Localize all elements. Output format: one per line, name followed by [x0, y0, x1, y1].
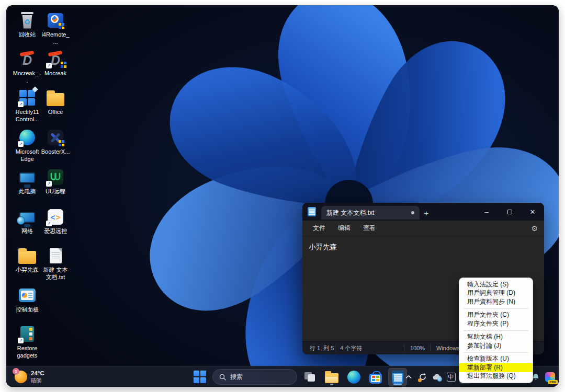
menu-separator: [464, 308, 528, 309]
desktop-icon-i4remote[interactable]: i4Remote_...: [41, 11, 70, 46]
microsoft-store-button[interactable]: [366, 368, 385, 386]
copilot-icon: PRE: [545, 372, 555, 382]
maximize-icon: [507, 210, 512, 214]
desktop-icon-control-panel[interactable]: 控制面板: [13, 286, 42, 314]
status-zoom[interactable]: 100%: [410, 341, 425, 354]
taskbar-search-box[interactable]: 搜索: [212, 369, 297, 385]
aisi-remote-icon: <>↗: [46, 208, 65, 226]
task-view-icon: [304, 372, 315, 382]
status-separator: [335, 344, 335, 352]
desktop-icon-uu-remote[interactable]: ↗ UU远程: [41, 168, 70, 195]
menu-item-user-dict[interactable]: 用戶詞典管理 (D): [459, 289, 533, 298]
this-pc-icon: [18, 168, 37, 186]
desktop-icon-text-file[interactable]: 新建 文本文档.txt: [41, 247, 70, 281]
desktop-icon-edge[interactable]: ↗ Microsoft Edge: [13, 129, 42, 163]
notepad-titlebar[interactable]: 新建 文本文档.txt + – ✕: [302, 203, 544, 221]
weather-widget[interactable]: 1 24°C 晴朗: [10, 368, 49, 386]
file-explorer-button[interactable]: [322, 368, 341, 386]
mocreak-icon: D: [18, 50, 37, 68]
desktop-icon-label: 网络: [21, 228, 33, 235]
notepad-document-text: 小羿先森: [309, 243, 538, 252]
minimize-button[interactable]: –: [475, 203, 498, 221]
uu-remote-icon: ↗: [46, 168, 65, 186]
shortcut-arrow-icon: ↗: [18, 141, 24, 147]
menu-item-join-discussion[interactable]: 參加討論 (J): [459, 341, 533, 350]
desktop-icon-label: 此电脑: [19, 188, 36, 195]
desktop-icon-label: 控制面板: [16, 306, 39, 314]
sun-weather-icon: 1: [15, 371, 27, 383]
menu-item-input-settings[interactable]: 輸入法設定 (S): [459, 280, 533, 289]
desktop-icon-label: Office: [48, 109, 63, 116]
status-char-count: 4 个字符: [340, 341, 362, 354]
desktop-icon-label: Mocreak: [44, 70, 66, 77]
tray-sync-button[interactable]: [417, 370, 428, 384]
running-indicator: [330, 384, 333, 385]
menu-item-help-doc[interactable]: 幫助文檔 (H): [459, 333, 533, 342]
close-button[interactable]: ✕: [521, 203, 544, 221]
sync-status-dot: [418, 378, 422, 382]
unsaved-dot-icon: [411, 211, 414, 214]
new-tab-button[interactable]: +: [420, 206, 433, 220]
control-panel-icon: [18, 286, 37, 304]
menu-file[interactable]: 文件: [308, 222, 331, 235]
boosterx-icon: [46, 129, 65, 146]
ime-context-menu: 輸入法設定 (S) 用戶詞典管理 (D) 用戶資料同步 (N) 用戶文件夾 (C…: [459, 278, 533, 383]
menu-view[interactable]: 查看: [358, 222, 381, 235]
desktop-icon-office-folder[interactable]: Office: [41, 89, 70, 116]
menu-edit[interactable]: 编辑: [333, 222, 356, 235]
edge-icon: ↗: [18, 129, 37, 146]
notepad-icon: [392, 371, 403, 384]
desktop-icon-user-folder[interactable]: 小羿先森: [13, 247, 42, 274]
desktop-icon-label: UU远程: [46, 188, 65, 195]
menu-item-quit-service[interactable]: 退出算法服務 (Q): [459, 372, 533, 381]
desktop-icon-this-pc[interactable]: 此电脑: [13, 168, 42, 195]
desktop-icon-recycle-bin[interactable]: ♻ 回收站: [13, 11, 42, 39]
edge-button[interactable]: [344, 368, 363, 386]
menu-item-program-folder[interactable]: 程序文件夾 (P): [459, 319, 533, 328]
i4remote-icon: [46, 11, 65, 29]
network-icon: [18, 208, 37, 226]
menu-item-redeploy[interactable]: 重新部署 (R): [459, 363, 533, 372]
shortcut-arrow-icon: ↗: [18, 101, 24, 107]
status-separator: [404, 344, 404, 352]
rectify11-icon: ↗: [18, 89, 37, 107]
desktop-icon-label: Mocreak_...: [13, 70, 42, 85]
desktop-icon-restore-gadgets[interactable]: ↗ Restore gadgets: [13, 325, 42, 360]
shortcut-arrow-icon: ↗: [46, 63, 52, 68]
status-separator: [430, 344, 431, 352]
desktop-icon-label: 新建 文本文档.txt: [41, 267, 70, 281]
desktop-icon-mocreak-1[interactable]: D Mocreak_...: [13, 50, 42, 85]
desktop-icon-label: 爱思远控: [44, 228, 67, 235]
maximize-button[interactable]: [498, 203, 521, 221]
tray-ime-weasel-button[interactable]: 中: [445, 370, 457, 384]
desktop-icon-network[interactable]: 网络: [13, 208, 42, 235]
shortcut-arrow-icon: ↗: [46, 181, 52, 187]
desktop-icon-aisi-remote[interactable]: <>↗ 爱思远控: [41, 208, 70, 235]
tray-chevron-up-button[interactable]: [403, 370, 414, 384]
tray-cloud-button[interactable]: [431, 370, 443, 384]
desktop-icon-rectify11[interactable]: ↗ Rectify11 Control...: [13, 89, 42, 123]
copilot-button[interactable]: PRE: [544, 370, 556, 384]
notification-bell-icon: [532, 373, 539, 381]
desktop-icon-label: BoosterX...: [41, 148, 70, 156]
copilot-pre-badge: PRE: [548, 380, 557, 384]
desktop-icon-label: 回收站: [19, 31, 36, 39]
menu-item-check-update[interactable]: 檢查新版本 (U): [459, 355, 533, 364]
menu-item-user-folder[interactable]: 用戶文件夾 (C): [459, 311, 533, 320]
cloud-globe-dot: [437, 377, 442, 382]
task-view-button[interactable]: [300, 368, 319, 386]
start-button[interactable]: [190, 368, 209, 386]
desktop-icon-label: 小羿先森: [16, 267, 39, 274]
desktop-icon-mocreak-2[interactable]: D↗ Mocreak: [41, 50, 70, 77]
settings-gear-icon[interactable]: ⚙: [531, 224, 538, 233]
desktop-icon-boosterx[interactable]: BoosterX...: [41, 129, 70, 156]
menu-separator: [464, 352, 528, 353]
menu-item-user-sync[interactable]: 用戶資料同步 (N): [459, 297, 533, 306]
notepad-tab[interactable]: 新建 文本文档.txt: [321, 206, 420, 220]
desktop-icon-label: Rectify11 Control...: [13, 109, 42, 123]
folder-icon: [18, 247, 37, 264]
weather-temperature: 24°C: [31, 370, 44, 377]
shortcut-arrow-icon: ↗: [18, 338, 24, 343]
status-line-col: 行 1, 列 5: [310, 341, 334, 354]
notepad-tab-title: 新建 文本文档.txt: [326, 209, 407, 217]
